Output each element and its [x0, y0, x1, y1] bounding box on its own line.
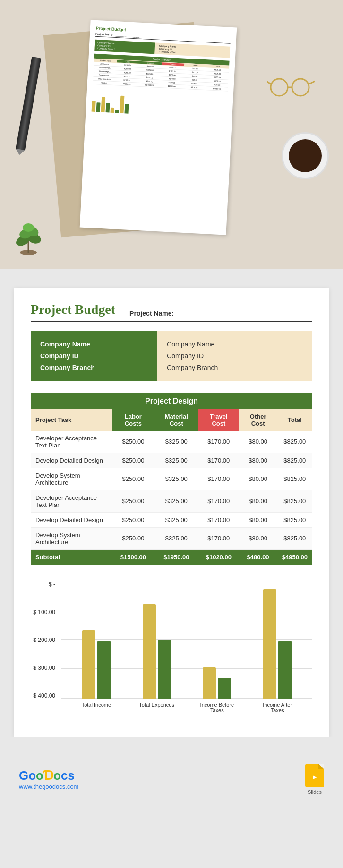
x-label-2: Total Expences [138, 702, 176, 713]
document-header: Project Budget Project Name: [31, 302, 312, 322]
bar-3-yellow [203, 667, 216, 699]
mini-company-right: Company NameCompany IDCompany Branch [156, 43, 230, 58]
bar-pair-4 [263, 589, 292, 699]
chart-section: $ 400.00 $ 300.00 $ 200.00 $ 100.00 $ - [31, 576, 312, 718]
bar-4-green [278, 641, 292, 699]
mini-company-left: Company NameCompany IDCompany Branch [94, 40, 155, 54]
bar-2-yellow [143, 604, 156, 699]
company-branch-left: Company Branch [40, 362, 148, 374]
company-name-right: Company Name [167, 338, 303, 350]
plant-decoration [14, 217, 43, 255]
bar-group-1 [82, 630, 111, 699]
x-label-1: Total Income [77, 702, 115, 713]
cell-material-5: $325.00 [154, 512, 199, 527]
bars-row [61, 581, 312, 699]
goodocs-o2: o [53, 768, 61, 783]
y-label-0: $ - [31, 581, 55, 588]
bar-group-2 [143, 604, 171, 699]
coffee-cup-decoration [282, 132, 329, 179]
main-document: Project Budget Project Name: Company Nam… [14, 288, 329, 737]
bar-3-green [218, 678, 231, 699]
chart-y-labels: $ 400.00 $ 300.00 $ 200.00 $ 100.00 $ - [31, 581, 59, 699]
project-name-line [223, 316, 312, 316]
mini-bar-2y [101, 97, 106, 112]
svg-point-1 [292, 79, 309, 96]
x-axis-line [61, 699, 312, 699]
cell-task-5: Develop Detailed Design [31, 512, 112, 527]
svg-line-4 [309, 80, 315, 84]
cell-travel-2: $170.00 [198, 453, 239, 468]
cell-other-3: $80.00 [239, 468, 277, 490]
th-material: Material Cost [154, 409, 199, 431]
cell-labor-3: $250.00 [112, 468, 154, 490]
table-row-1: Developer Acceptance Text Plan $250.00 $… [31, 431, 312, 453]
x-label-4: Income After Taxes [258, 702, 296, 713]
th-labor: Labor Costs [112, 409, 154, 431]
goodocs-logo[interactable]: GooƊocs www.thegoodocs.com [19, 768, 78, 790]
pen-decoration [16, 57, 41, 151]
budget-table: Project Task Labor Costs Material Cost T… [31, 409, 312, 565]
th-travel: Travel Cost [198, 409, 239, 431]
subtotal-travel: $1020.00 [198, 549, 239, 565]
subtotal-material: $1950.00 [154, 549, 199, 565]
mini-bar-3y [111, 108, 115, 113]
project-name-label: Project Name: [129, 310, 219, 317]
goodocs-name: GooƊocs [19, 768, 78, 783]
cell-other-5: $80.00 [239, 512, 277, 527]
subtotal-labor: $1500.00 [112, 549, 154, 565]
top-decorative-section: Project Budget Project Name: ___________… [0, 0, 343, 269]
document-title: Project Budget [31, 302, 115, 317]
subtotal-label: Subtotal [31, 549, 112, 565]
cell-other-4: $80.00 [239, 490, 277, 512]
svg-point-0 [271, 79, 288, 96]
company-branch-right: Company Branch [167, 362, 303, 374]
table-row-3: Develop System Architecture $250.00 $325… [31, 468, 312, 490]
table-row-2: Develop Detailed Design $250.00 $325.00 … [31, 453, 312, 468]
mini-bar-4y [120, 96, 124, 113]
bar-pair-1 [82, 630, 111, 699]
svg-point-11 [23, 223, 34, 232]
cell-total-5: $825.00 [277, 512, 312, 527]
top-separator [0, 269, 343, 288]
bar-group-3 [203, 667, 231, 699]
table-body: Developer Acceptance Text Plan $250.00 $… [31, 431, 312, 550]
bar-pair-3 [203, 667, 231, 699]
slides-wrapper: ▶ Slides [305, 764, 324, 795]
document-preview: Project Budget Project Name: ___________… [80, 20, 237, 235]
bar-1-green [97, 641, 111, 699]
cell-total-1: $825.00 [277, 431, 312, 453]
mini-bar-3g [115, 110, 119, 113]
cell-other-6: $80.00 [239, 527, 277, 549]
table-title: Project Design [31, 393, 312, 409]
table-header-row: Project Task Labor Costs Material Cost T… [31, 409, 312, 431]
pen-tip [15, 149, 25, 156]
cell-labor-5: $250.00 [112, 512, 154, 527]
table-row-6: Develop System Architecture $250.00 $325… [31, 527, 312, 549]
slides-label: Slides [308, 789, 322, 795]
table-row-5: Develop Detailed Design $250.00 $325.00 … [31, 512, 312, 527]
mini-bar-1y [92, 101, 96, 112]
table-row-4: Developer Acceptance Text Plan $250.00 $… [31, 490, 312, 512]
bar-group-4 [263, 589, 292, 699]
chart-area [61, 581, 312, 699]
company-section: Company Name Company ID Company Branch C… [31, 331, 312, 381]
company-id-left: Company ID [40, 350, 148, 362]
cell-task-2: Develop Detailed Design [31, 453, 112, 468]
svg-line-3 [267, 80, 271, 84]
chart-x-labels: Total Income Total Expences Income Befor… [61, 702, 312, 713]
cell-labor-4: $250.00 [112, 490, 154, 512]
mini-chart [92, 88, 228, 119]
mini-bar-1g [96, 102, 101, 112]
cell-travel-3: $170.00 [198, 468, 239, 490]
th-other: Other Cost [239, 409, 277, 431]
slides-icon: ▶ [305, 764, 324, 787]
cell-labor-2: $250.00 [112, 453, 154, 468]
cell-material-4: $325.00 [154, 490, 199, 512]
subtotal-row: Subtotal $1500.00 $1950.00 $1020.00 $480… [31, 549, 312, 565]
cell-other-1: $80.00 [239, 431, 277, 453]
mini-bar-4g [124, 104, 129, 113]
bottom-separator [0, 737, 343, 756]
chart-container: $ 400.00 $ 300.00 $ 200.00 $ 100.00 $ - [31, 581, 312, 713]
bar-2-green [158, 640, 171, 699]
cell-total-3: $825.00 [277, 468, 312, 490]
